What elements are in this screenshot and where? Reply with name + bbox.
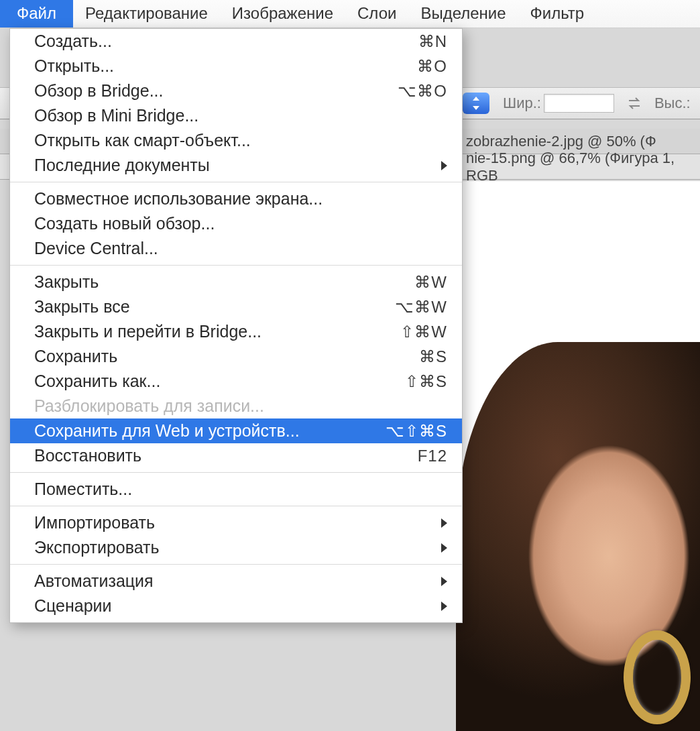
menu-item-label: Разблокировать для записи... [34,396,447,416]
menu-item-label: Закрыть и перейти в Bridge... [34,322,400,341]
menu-item-label: Импортировать [34,513,441,532]
menu-separator [10,182,462,182]
menu-item[interactable]: Обзор в Mini Bridge... [10,103,462,128]
menu-item-label: Обзор в Bridge... [34,81,398,101]
menu-item[interactable]: Закрыть и перейти в Bridge...⇧⌘W [10,319,462,344]
menu-item-label: Создать... [34,32,418,51]
menu-item[interactable]: Последние документы [10,153,462,178]
menu-item[interactable]: Автоматизация [10,569,462,594]
menu-item-label: Закрыть [34,272,414,292]
menu-item[interactable]: Открыть...⌘O [10,54,462,78]
menu-item-label: Сохранить для Web и устройств... [34,421,386,441]
menu-item-shortcut: ⌘N [418,32,447,51]
menu-select[interactable]: Выделение [408,0,518,27]
menu-layers[interactable]: Слои [345,0,408,27]
menu-item-label: Создать новый обзор... [34,214,447,233]
menu-item-label: Поместить... [34,480,447,499]
menu-item-label: Открыть... [34,56,417,76]
swap-dimensions-icon[interactable] [626,95,642,111]
menu-separator [10,472,462,473]
menu-item-label: Совместное использование экрана... [34,189,447,209]
menu-item[interactable]: Закрыть⌘W [10,270,462,294]
menu-item[interactable]: Создать новый обзор... [10,211,462,236]
menu-item-label: Сценарии [34,596,441,616]
menu-separator [10,564,462,565]
menu-item-shortcut: F12 [418,447,447,465]
menu-item-label: Закрыть все [34,297,395,317]
document-tab-1-label: zobrazhenie-2.jpg @ 50% (Ф [466,133,656,150]
menubar: Файл Редактирование Изображение Слои Выд… [0,0,700,28]
menu-item-label: Сохранить как... [34,372,405,391]
menu-item[interactable]: Сценарии [10,594,462,618]
menu-item-label: Восстановить [34,446,418,465]
menu-item[interactable]: Экспортировать [10,535,462,560]
canvas-image-earring [624,630,691,724]
menu-item-shortcut: ⌥⇧⌘S [386,422,447,441]
menu-item-label: Открыть как смарт-объект... [34,131,447,150]
menu-edit[interactable]: Редактирование [73,0,220,27]
submenu-arrow-icon [441,602,447,611]
menu-item-shortcut: ⇧⌘S [405,372,447,391]
menu-item-shortcut: ⌥⌘W [395,298,447,317]
submenu-arrow-icon [441,161,447,170]
menu-item-shortcut: ⌘S [419,347,447,366]
menu-item-shortcut: ⌥⌘O [398,82,447,101]
menu-item[interactable]: Сохранить⌘S [10,344,462,369]
menu-item[interactable]: Сохранить как...⇧⌘S [10,369,462,394]
submenu-arrow-icon [441,543,447,553]
document-tab-2-label: nie-15.png @ 66,7% (Фигура 1, RGB [466,150,700,184]
menu-item-label: Автоматизация [34,571,441,591]
menu-item-shortcut: ⌘W [414,273,447,292]
menu-filter[interactable]: Фильтр [518,0,597,27]
menu-item[interactable]: Совместное использование экрана... [10,186,462,211]
menu-item-label: Экспортировать [34,538,441,557]
width-input[interactable] [544,94,614,113]
menu-file[interactable]: Файл [0,0,73,27]
menu-item-shortcut: ⌘O [417,57,447,76]
submenu-arrow-icon [441,577,447,586]
menu-item[interactable]: Импортировать [10,510,462,535]
menu-item-label: Последние документы [34,156,441,175]
menu-item-label: Device Central... [34,239,447,258]
menu-item[interactable]: Обзор в Bridge...⌥⌘O [10,78,462,103]
menu-item-label: Обзор в Mini Bridge... [34,106,447,125]
width-label: Шир.: [503,95,541,112]
menu-item-shortcut: ⇧⌘W [400,323,447,341]
menu-item[interactable]: Создать...⌘N [10,29,462,54]
menu-item[interactable]: Открыть как смарт-объект... [10,128,462,153]
stepper-control[interactable] [463,93,489,114]
menu-item: Разблокировать для записи... [10,394,462,418]
menu-separator [10,265,462,266]
menu-item-label: Сохранить [34,347,419,366]
height-label: Выс.: [654,95,691,112]
menu-item[interactable]: Device Central... [10,236,462,261]
file-menu-dropdown: Создать...⌘NОткрыть...⌘OОбзор в Bridge..… [9,28,463,623]
submenu-arrow-icon [441,518,447,528]
menu-item[interactable]: ВосстановитьF12 [10,443,462,468]
menu-image[interactable]: Изображение [220,0,345,27]
menu-item[interactable]: Поместить... [10,477,462,502]
menu-item[interactable]: Сохранить для Web и устройств...⌥⇧⌘S [10,418,462,443]
menu-separator [10,506,462,506]
menu-item[interactable]: Закрыть все⌥⌘W [10,294,462,319]
